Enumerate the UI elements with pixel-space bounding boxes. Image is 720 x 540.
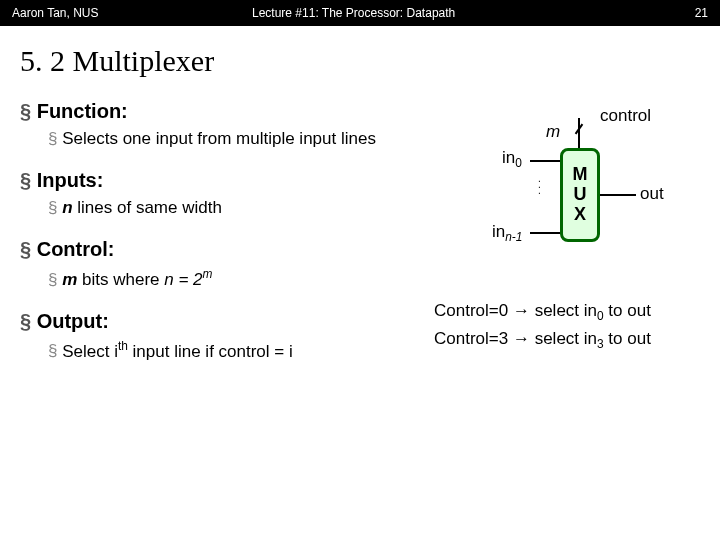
ex0-d: to out <box>604 301 651 320</box>
label-m: m <box>546 122 560 142</box>
mux-l2: U <box>574 185 587 205</box>
section-control: Control: m bits where n = 2m <box>20 238 430 290</box>
control-exp: m <box>203 267 213 281</box>
ex0-c: select in <box>530 301 597 320</box>
wire-in0 <box>530 160 560 162</box>
inputs-n: n <box>62 198 72 217</box>
left-column: Function: Selects one input from multipl… <box>20 100 430 381</box>
label-control: control <box>600 106 651 126</box>
heading-output: Output: <box>20 310 430 333</box>
in0-sub: 0 <box>515 156 522 170</box>
heading-control: Control: <box>20 238 430 261</box>
mux-box: M U X <box>560 148 600 242</box>
sub-function: Selects one input from multiple input li… <box>20 129 430 149</box>
ex0-sub: 0 <box>597 309 604 323</box>
example-row-1: Control=3 → select in3 to out <box>434 326 700 354</box>
heading-function: Function: <box>20 100 430 123</box>
inputs-rest: lines of same width <box>73 198 222 217</box>
output-sup: th <box>118 339 128 353</box>
sub-inputs: n lines of same width <box>20 198 430 218</box>
ex1-c: select in <box>530 329 597 348</box>
output-post: input line if control = i <box>128 341 293 360</box>
content: Function: Selects one input from multipl… <box>0 88 720 381</box>
label-inn: inn-1 <box>492 222 522 244</box>
sub-output: Select ith input line if control = i <box>20 339 430 362</box>
slide-title: 5. 2 Multiplexer <box>0 26 720 88</box>
ex1-sub: 3 <box>597 338 604 352</box>
example-row-0: Control=0 → select in0 to out <box>434 298 700 326</box>
dot: . <box>538 185 541 196</box>
ex1-d: to out <box>604 329 651 348</box>
sub-control: m bits where n = 2m <box>20 267 430 290</box>
mux-l3: X <box>574 205 586 225</box>
examples: Control=0 → select in0 to out Control=3 … <box>430 298 700 355</box>
wire-control <box>578 118 580 148</box>
ex0-a: Control=0 <box>434 301 513 320</box>
control-mid: bits where <box>77 270 164 289</box>
topbar-author: Aaron Tan, NUS <box>12 6 212 20</box>
control-eq: n = 2 <box>164 270 202 289</box>
mux-diagram: control m in0 . . . inn-1 M U X <box>430 104 700 274</box>
in0-pre: in <box>502 148 515 167</box>
section-output: Output: Select ith input line if control… <box>20 310 430 362</box>
arrow-icon: → <box>513 329 530 348</box>
wire-inn <box>530 232 560 234</box>
ellipsis-dots: . . . <box>538 176 541 194</box>
inn-pre: in <box>492 222 505 241</box>
control-m: m <box>62 270 77 289</box>
ex1-a: Control=3 <box>434 329 513 348</box>
right-column: control m in0 . . . inn-1 M U X <box>430 100 700 381</box>
section-inputs: Inputs: n lines of same width <box>20 169 430 218</box>
topbar-page: 21 <box>668 6 708 20</box>
label-in0: in0 <box>502 148 522 170</box>
output-pre: Select i <box>62 341 118 360</box>
topbar-title: Lecture #11: The Processor: Datapath <box>212 6 668 20</box>
mux-l1: M <box>573 165 588 185</box>
wire-out <box>600 194 636 196</box>
topbar: Aaron Tan, NUS Lecture #11: The Processo… <box>0 0 720 26</box>
arrow-icon: → <box>513 301 530 320</box>
section-function: Function: Selects one input from multipl… <box>20 100 430 149</box>
heading-inputs: Inputs: <box>20 169 430 192</box>
inn-sub: n-1 <box>505 230 522 244</box>
label-out: out <box>640 184 664 204</box>
